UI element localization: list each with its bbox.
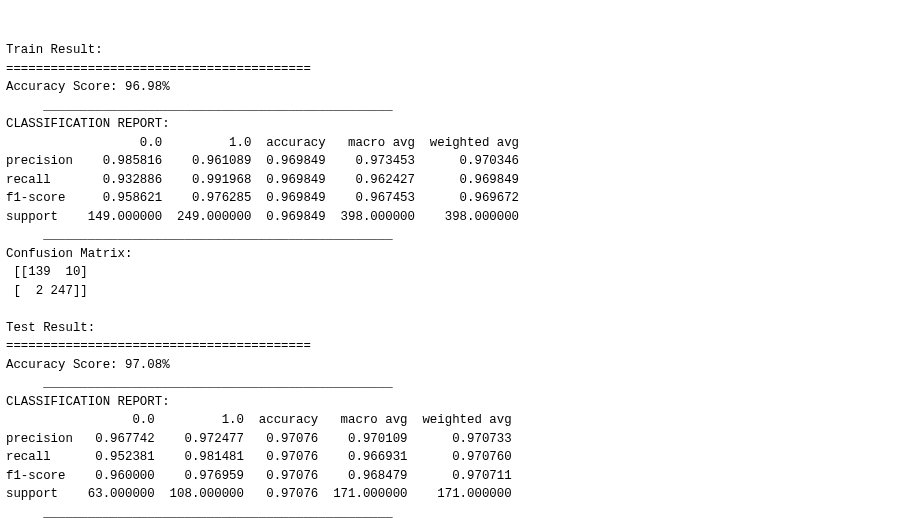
test-cr-title: CLASSIFICATION REPORT: [6, 395, 170, 409]
test-title: Test Result: [6, 321, 95, 335]
train-cm-row1: [[139 10] [6, 265, 88, 279]
test-cr-support: support 63.000000 108.000000 0.97076 171… [6, 487, 512, 501]
train-title: Train Result: [6, 43, 103, 57]
test-underline-1: ________________________________________… [6, 376, 393, 390]
test-underline-2: ________________________________________… [6, 506, 393, 519]
train-underline-1: ________________________________________… [6, 99, 393, 113]
train-divider: ========================================… [6, 62, 311, 76]
train-cm-row2: [ 2 247]] [6, 284, 88, 298]
train-cr-precision: precision 0.985816 0.961089 0.969849 0.9… [6, 154, 519, 168]
test-cr-header: 0.0 1.0 accuracy macro avg weighted avg [6, 413, 512, 427]
train-underline-2: ________________________________________… [6, 228, 393, 242]
train-cr-header: 0.0 1.0 accuracy macro avg weighted avg [6, 136, 519, 150]
train-cr-f1: f1-score 0.958621 0.976285 0.969849 0.96… [6, 191, 519, 205]
train-accuracy: Accuracy Score: 96.98% [6, 80, 170, 94]
train-cr-title: CLASSIFICATION REPORT: [6, 117, 170, 131]
test-divider: ========================================… [6, 339, 311, 353]
test-cr-f1: f1-score 0.960000 0.976959 0.97076 0.968… [6, 469, 512, 483]
test-cr-recall: recall 0.952381 0.981481 0.97076 0.96693… [6, 450, 512, 464]
test-accuracy: Accuracy Score: 97.08% [6, 358, 170, 372]
train-cm-title: Confusion Matrix: [6, 247, 140, 261]
train-cr-recall: recall 0.932886 0.991968 0.969849 0.9624… [6, 173, 519, 187]
test-cr-precision: precision 0.967742 0.972477 0.97076 0.97… [6, 432, 512, 446]
train-cr-support: support 149.000000 249.000000 0.969849 3… [6, 210, 519, 224]
